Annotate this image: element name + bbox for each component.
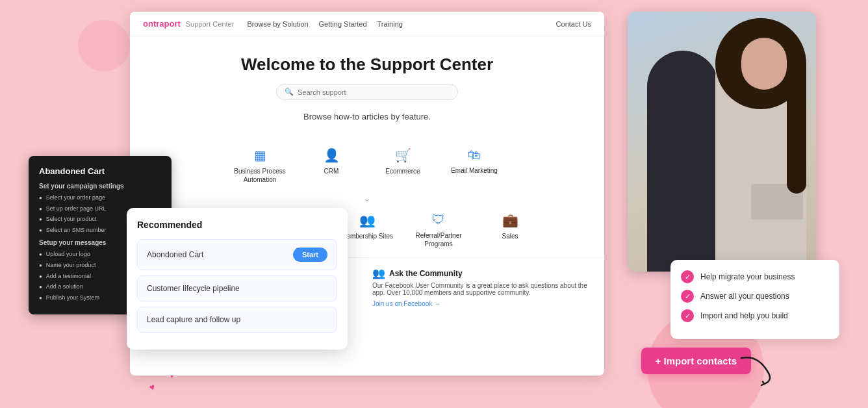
feature-sales[interactable]: 💼 Sales [474,207,546,253]
bullet-8: ● [39,284,42,290]
bg-circle-2 [78,19,130,71]
bullet-9: ● [39,295,42,301]
nav-getting-started[interactable]: Getting Started [319,20,367,28]
rec-item-lifecycle[interactable]: Customer lifecycle pipeline [137,275,337,301]
nav-contact[interactable]: Contact Us [556,20,591,28]
community-text: Our Facebook User Community is a great p… [372,282,591,296]
community-title: 👥 Ask the Community [372,267,591,279]
sidebar-section1-title: Set your campaign settings [39,183,161,190]
feature-label-ecommerce: Ecommerce [385,167,420,175]
bullet-1: ● [39,195,42,201]
community-icon: 👥 [372,267,385,279]
nav-links: Browse by Solution Getting Started Train… [247,20,555,28]
feature-label-crm: CRM [324,167,339,175]
nav-browse[interactable]: Browse by Solution [247,20,308,28]
help-item-3: ✓ Import and help you build [681,309,829,322]
start-button[interactable]: Start [293,248,327,262]
bullet-2: ● [39,206,42,212]
sidebar-item-text-7: Add a testimonial [46,272,91,281]
sidebar-item-text-2: Set up order page URL [46,205,107,213]
search-bar: 🔍 [276,84,458,100]
crm-icon: 👤 [324,147,340,163]
check-icon-2: ✓ [681,290,694,303]
person-silhouette-left [647,51,719,272]
feature-label-sales: Sales [502,232,518,240]
sidebar-panel-title: Abandoned Cart [39,166,161,176]
arrow-decoration [738,351,777,390]
help-item-1: ✓ Help migrate your business [681,270,829,283]
sidebar-item-text-3: Select your product [46,215,97,223]
photo-overlay [628,12,816,272]
feature-label-business: Business ProcessAutomation [234,167,285,184]
nav-bar: ontraport Support Center Browse by Solut… [130,12,604,36]
feature-crm[interactable]: 👤 CRM [296,142,367,189]
membership-icon: 👥 [359,212,376,228]
bullet-4: ● [39,227,42,233]
help-text-1: Help migrate your business [700,272,795,281]
help-text-2: Answer all your questions [700,292,789,301]
browse-title: Browse how-to articles by feature. [143,112,591,121]
import-contacts-button[interactable]: + Import contacts [641,348,751,374]
sidebar-item-text-5: Upload your logo [46,250,90,259]
hero-section: Welcome to the Support Center 🔍 Browse h… [130,36,604,142]
feature-business-process[interactable]: ▦ Business ProcessAutomation [224,142,296,189]
sales-icon: 💼 [502,212,518,228]
hero-title: Welcome to the Support Center [143,55,591,75]
rec-item-label-2: Customer lifecycle pipeline [147,284,240,293]
check-icon-3: ✓ [681,309,694,322]
help-panel: ✓ Help migrate your business ✓ Answer al… [670,260,839,339]
rec-item-label-1: Abondoned Cart [147,250,203,259]
search-icon: 🔍 [285,88,294,96]
feature-label-referral: Referral/Partner Programs [405,231,472,248]
sidebar-item-text-4: Select an SMS number [46,226,107,235]
email-marketing-icon: 🛍 [468,147,481,162]
face [741,38,787,90]
rec-item-label-3: Lead capture and follow up [147,315,240,324]
logo: ontraport [143,19,181,29]
sidebar-item-text-9: Publish your System [46,294,99,302]
feature-ecommerce[interactable]: 🛒 Ecommerce [367,142,439,189]
hair-side [787,64,806,194]
expand-arrow[interactable]: ⌄ [130,189,604,207]
feature-label-membership: Membership Sites [341,232,393,240]
recommended-title: Recommended [137,220,337,230]
help-item-2: ✓ Answer all your questions [681,290,829,303]
recommended-modal: Recommended Abondoned Cart Start Custome… [127,208,348,350]
sidebar-item-text-8: Add a solution [46,283,83,291]
community-link[interactable]: Join us on Facebook → [372,300,591,307]
feature-email-marketing[interactable]: 🛍 Email Marketing [439,142,510,189]
feature-grid-row1: ▦ Business ProcessAutomation 👤 CRM 🛒 Eco… [130,142,604,189]
sidebar-item-text-1: Select your order page [46,194,105,202]
check-icon-1: ✓ [681,270,694,283]
sidebar-item-1[interactable]: ● Select your order page [39,194,161,202]
rec-item-abandoned-cart[interactable]: Abondoned Cart Start [137,239,337,270]
nav-support-label: Support Center [186,20,235,28]
sidebar-item-text-6: Name your product [46,261,96,270]
business-process-icon: ▦ [254,147,266,163]
nav-training[interactable]: Training [377,20,403,28]
feature-referral[interactable]: 🛡 Referral/Partner Programs [403,207,474,253]
rec-item-lead-capture[interactable]: Lead capture and follow up [137,307,337,333]
help-text-3: Import and help you build [700,311,788,320]
bullet-6: ● [39,262,42,268]
community-box: 👥 Ask the Community Our Facebook User Co… [372,267,591,307]
bullet-3: ● [39,216,42,222]
search-input[interactable] [298,88,450,96]
referral-icon: 🛡 [432,212,445,227]
feature-label-email: Email Marketing [451,166,498,175]
people-background [628,12,816,272]
ecommerce-icon: 🛒 [395,147,411,163]
bullet-7: ● [39,274,42,279]
bullet-5: ● [39,251,42,257]
